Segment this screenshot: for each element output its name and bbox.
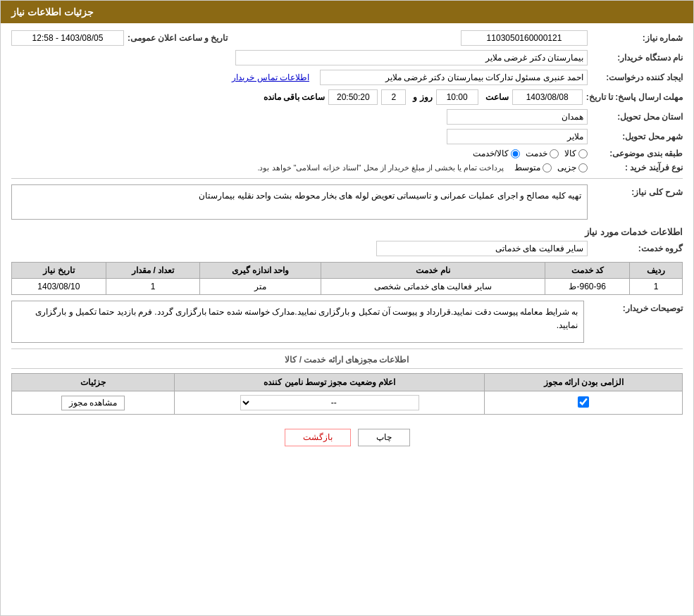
radio-jezii-label: جزیی (557, 163, 576, 172)
radio-khedmat-input[interactable] (550, 149, 559, 158)
td-name: سایر فعالیت های خدماتی شخصی (321, 279, 545, 295)
row-shomare: شماره نیاز: تاریخ و ساعت اعلان عمومی: (11, 30, 683, 46)
toseih-box: به شرایط معامله پیوست دقت نمایید.قرارداد… (11, 301, 584, 343)
td-vahed: متر (200, 279, 321, 295)
tarikh-aelan-input[interactable] (11, 30, 124, 46)
table-row: 1960-96-طسایر فعالیت های خدماتی شخصیمتر1… (12, 279, 683, 295)
row-grouh: گروه خدمت: (11, 241, 683, 256)
radio-kala-label: کالا (564, 149, 576, 158)
services-table: ردیف کد خدمت نام خدمت واحد اندازه گیری ت… (11, 262, 683, 295)
radio-kala-khedmat-input[interactable] (511, 149, 520, 158)
print-button[interactable]: چاپ (358, 429, 410, 446)
noe-label: نوع فرآیند خرید : (591, 163, 683, 172)
shahr-input[interactable] (447, 129, 588, 144)
mohlat-date-input[interactable] (512, 89, 583, 105)
th-radif: ردیف (630, 263, 683, 279)
perm-elzami-cell (485, 391, 683, 415)
pth-ealam: اعلام وضعیت مجوز توسط نامین کننده (175, 374, 485, 391)
namdastgah-label: نام دستگاه خریدار: (591, 53, 683, 63)
toseih-label: توصیحات خریدار: (591, 301, 683, 313)
sharh-text: تهیه کلیه مصالح و اجرای عملیات عمرانی و … (199, 191, 581, 201)
perm-details-cell: مشاهده مجوز (12, 391, 175, 415)
shomare-niaz-input[interactable] (461, 30, 588, 46)
tabaqe-radio-group: کالا خدمت کالا/خدمت (473, 149, 588, 158)
sharh-box: تهیه کلیه مصالح و اجرای عملیات عمرانی و … (11, 184, 588, 220)
perm-row: -- مشاهده مجوز (12, 391, 683, 415)
tarikh-label: تاریخ و ساعت اعلان عمومی: (128, 33, 228, 43)
radio-kala-input[interactable] (578, 149, 588, 158)
row-toseih: توصیحات خریدار: به شرایط معامله پیوست دق… (11, 301, 683, 343)
radio-motevaset[interactable]: متوسط (514, 163, 552, 172)
th-tedad: تعداد / مقدار (106, 263, 200, 279)
divider1 (11, 178, 683, 179)
farayand-radio-group: جزیی متوسط (514, 163, 588, 172)
perm-table: الزامی بودن ارائه مجوز اعلام وضعیت مجوز … (11, 373, 683, 415)
td-tedad: 1 (106, 279, 200, 295)
etelaat-tamas-link[interactable]: اطلاعات تماس خریدار (232, 73, 309, 82)
divider2 (11, 348, 683, 349)
radio-motevaset-label: متوسط (514, 163, 540, 172)
radio-khedmat-label: خدمت (526, 149, 547, 158)
mohlat-rooz-input[interactable] (381, 89, 406, 105)
radio-khedmat[interactable]: خدمت (526, 149, 559, 158)
th-name: نام خدمت (321, 263, 545, 279)
th-kod: کد خدمت (545, 263, 629, 279)
row-shahr: شهر محل تحویل: (11, 129, 683, 144)
tabaqe-label: طبقه بندی موضوعی: (591, 149, 683, 158)
td-kod: 960-96-ط (545, 279, 629, 295)
radio-kala-khedmat[interactable]: کالا/خدمت (473, 149, 520, 158)
view-perm-button[interactable]: مشاهده مجوز (61, 396, 125, 410)
page-title: جزئیات اطلاعات نیاز (11, 6, 94, 18)
pth-elzami: الزامی بودن ارائه مجوز (485, 374, 683, 391)
row-noe-farayand: نوع فرآیند خرید : جزیی متوسط پرداخت تمام… (11, 163, 683, 172)
row-sharh: شرح کلی نیاز: تهیه کلیه مصالح و اجرای عم… (11, 184, 683, 220)
th-tarikh: تاریخ نیاز (12, 263, 106, 279)
mojouzat-title: اطلاعات مجوزهای ارائه خدمت / کالا (11, 355, 683, 369)
row-ejad: ایجاد کننده درخواست: اطلاعات تماس خریدار (11, 70, 683, 85)
content-area: شماره نیاز: تاریخ و ساعت اعلان عمومی: نا… (1, 23, 693, 464)
radio-kala[interactable]: کالا (564, 149, 588, 158)
shahr-label: شهر محل تحویل: (591, 132, 683, 142)
row-ostan: استان محل تحویل: (11, 109, 683, 125)
row-namdastgah: نام دستگاه خریدار: (11, 50, 683, 65)
baqi-label: ساعت باقی مانده (264, 92, 326, 102)
services-title: اطلاعات خدمات مورد نیاز (11, 227, 683, 237)
perm-ealam-cell: -- (175, 391, 485, 415)
page-header: جزئیات اطلاعات نیاز (1, 1, 693, 23)
back-button[interactable]: بازگشت (285, 429, 351, 446)
ostan-input[interactable] (447, 109, 588, 125)
row-mohlat: مهلت ارسال پاسخ: تا تاریخ: ساعت روز و سا… (11, 89, 683, 105)
perm-status-select[interactable]: -- (240, 395, 419, 410)
radio-kala-khedmat-label: کالا/خدمت (473, 149, 509, 158)
radio-motevaset-input[interactable] (543, 163, 552, 172)
mohlat-saat-input[interactable] (436, 89, 478, 105)
pth-details: جزئیات (12, 374, 175, 391)
ejad-input[interactable] (320, 70, 588, 85)
noe-text: پرداخت تمام یا بخشی از مبلغ خریدار از مح… (257, 163, 504, 172)
row-tabaqe: طبقه بندی موضوعی: کالا خدمت کالا/خدمت (11, 149, 683, 158)
shomare-label: شماره نیاز: (591, 33, 683, 43)
radio-jezii-input[interactable] (578, 163, 588, 172)
sharh-label: شرح کلی نیاز: (591, 184, 683, 197)
toseih-text: به شرایط معامله پیوست دقت نمایید.قرارداد… (35, 307, 578, 330)
radio-jezii[interactable]: جزیی (557, 163, 588, 172)
rooz-label: روز و (413, 92, 432, 102)
grouh-label: گروه خدمت: (591, 244, 683, 253)
page-wrapper: جزئیات اطلاعات نیاز شماره نیاز: تاریخ و … (0, 0, 694, 616)
mohlat-baqi-input[interactable] (328, 89, 378, 105)
grouh-input[interactable] (376, 241, 588, 256)
perm-checkbox[interactable] (578, 396, 589, 408)
th-vahed: واحد اندازه گیری (200, 263, 321, 279)
mohlat-label: مهلت ارسال پاسخ: تا تاریخ: (586, 92, 683, 102)
td-radif: 1 (630, 279, 683, 295)
ostan-label: استان محل تحویل: (591, 112, 683, 122)
namdastgah-input[interactable] (235, 50, 588, 65)
td-tarikh: 1403/08/10 (12, 279, 106, 295)
ejad-label: ایجاد کننده درخواست: (591, 73, 683, 82)
bottom-buttons: چاپ بازگشت (11, 429, 683, 446)
saat-label: ساعت (485, 92, 509, 102)
